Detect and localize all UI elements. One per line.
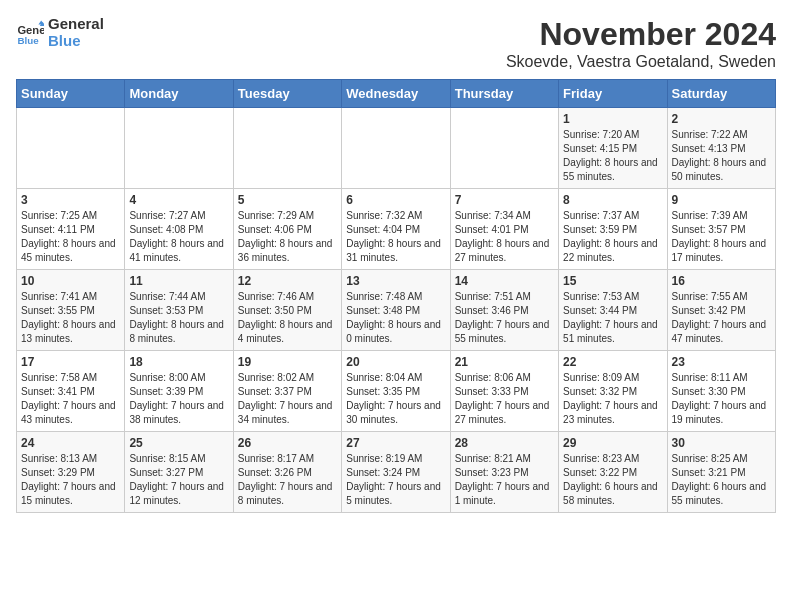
calendar-cell: 3Sunrise: 7:25 AM Sunset: 4:11 PM Daylig…: [17, 189, 125, 270]
calendar-cell: 5Sunrise: 7:29 AM Sunset: 4:06 PM Daylig…: [233, 189, 341, 270]
day-number: 12: [238, 274, 337, 288]
day-number: 19: [238, 355, 337, 369]
day-number: 18: [129, 355, 228, 369]
calendar-cell: 20Sunrise: 8:04 AM Sunset: 3:35 PM Dayli…: [342, 351, 450, 432]
day-info: Sunrise: 7:55 AM Sunset: 3:42 PM Dayligh…: [672, 290, 771, 346]
calendar-cell: 15Sunrise: 7:53 AM Sunset: 3:44 PM Dayli…: [559, 270, 667, 351]
calendar-cell: 13Sunrise: 7:48 AM Sunset: 3:48 PM Dayli…: [342, 270, 450, 351]
day-number: 26: [238, 436, 337, 450]
calendar-cell: 9Sunrise: 7:39 AM Sunset: 3:57 PM Daylig…: [667, 189, 775, 270]
week-row-2: 3Sunrise: 7:25 AM Sunset: 4:11 PM Daylig…: [17, 189, 776, 270]
calendar-cell: 10Sunrise: 7:41 AM Sunset: 3:55 PM Dayli…: [17, 270, 125, 351]
calendar-cell: 23Sunrise: 8:11 AM Sunset: 3:30 PM Dayli…: [667, 351, 775, 432]
day-number: 23: [672, 355, 771, 369]
calendar-cell: 18Sunrise: 8:00 AM Sunset: 3:39 PM Dayli…: [125, 351, 233, 432]
calendar-cell: 22Sunrise: 8:09 AM Sunset: 3:32 PM Dayli…: [559, 351, 667, 432]
week-row-4: 17Sunrise: 7:58 AM Sunset: 3:41 PM Dayli…: [17, 351, 776, 432]
day-info: Sunrise: 7:29 AM Sunset: 4:06 PM Dayligh…: [238, 209, 337, 265]
calendar-cell: 17Sunrise: 7:58 AM Sunset: 3:41 PM Dayli…: [17, 351, 125, 432]
day-info: Sunrise: 7:25 AM Sunset: 4:11 PM Dayligh…: [21, 209, 120, 265]
header-day-saturday: Saturday: [667, 80, 775, 108]
calendar-cell: 12Sunrise: 7:46 AM Sunset: 3:50 PM Dayli…: [233, 270, 341, 351]
day-number: 4: [129, 193, 228, 207]
calendar-cell: 16Sunrise: 7:55 AM Sunset: 3:42 PM Dayli…: [667, 270, 775, 351]
calendar-cell: 30Sunrise: 8:25 AM Sunset: 3:21 PM Dayli…: [667, 432, 775, 513]
calendar-cell: 1Sunrise: 7:20 AM Sunset: 4:15 PM Daylig…: [559, 108, 667, 189]
day-number: 22: [563, 355, 662, 369]
day-number: 3: [21, 193, 120, 207]
day-info: Sunrise: 8:09 AM Sunset: 3:32 PM Dayligh…: [563, 371, 662, 427]
calendar-cell: [233, 108, 341, 189]
day-info: Sunrise: 7:34 AM Sunset: 4:01 PM Dayligh…: [455, 209, 554, 265]
calendar-cell: 2Sunrise: 7:22 AM Sunset: 4:13 PM Daylig…: [667, 108, 775, 189]
calendar-cell: [342, 108, 450, 189]
calendar-cell: 21Sunrise: 8:06 AM Sunset: 3:33 PM Dayli…: [450, 351, 558, 432]
day-number: 2: [672, 112, 771, 126]
calendar-cell: 14Sunrise: 7:51 AM Sunset: 3:46 PM Dayli…: [450, 270, 558, 351]
day-number: 5: [238, 193, 337, 207]
header-day-friday: Friday: [559, 80, 667, 108]
day-number: 16: [672, 274, 771, 288]
day-info: Sunrise: 8:06 AM Sunset: 3:33 PM Dayligh…: [455, 371, 554, 427]
week-row-5: 24Sunrise: 8:13 AM Sunset: 3:29 PM Dayli…: [17, 432, 776, 513]
header-day-wednesday: Wednesday: [342, 80, 450, 108]
day-info: Sunrise: 7:22 AM Sunset: 4:13 PM Dayligh…: [672, 128, 771, 184]
month-title: November 2024: [506, 16, 776, 53]
day-info: Sunrise: 7:39 AM Sunset: 3:57 PM Dayligh…: [672, 209, 771, 265]
header-day-monday: Monday: [125, 80, 233, 108]
calendar-cell: 24Sunrise: 8:13 AM Sunset: 3:29 PM Dayli…: [17, 432, 125, 513]
page-header: General Blue General Blue November 2024 …: [16, 16, 776, 71]
day-info: Sunrise: 8:17 AM Sunset: 3:26 PM Dayligh…: [238, 452, 337, 508]
day-info: Sunrise: 7:53 AM Sunset: 3:44 PM Dayligh…: [563, 290, 662, 346]
day-info: Sunrise: 8:21 AM Sunset: 3:23 PM Dayligh…: [455, 452, 554, 508]
day-info: Sunrise: 8:13 AM Sunset: 3:29 PM Dayligh…: [21, 452, 120, 508]
day-info: Sunrise: 7:20 AM Sunset: 4:15 PM Dayligh…: [563, 128, 662, 184]
day-number: 21: [455, 355, 554, 369]
day-number: 10: [21, 274, 120, 288]
calendar-cell: 11Sunrise: 7:44 AM Sunset: 3:53 PM Dayli…: [125, 270, 233, 351]
day-info: Sunrise: 7:27 AM Sunset: 4:08 PM Dayligh…: [129, 209, 228, 265]
day-number: 17: [21, 355, 120, 369]
calendar-cell: 28Sunrise: 8:21 AM Sunset: 3:23 PM Dayli…: [450, 432, 558, 513]
calendar-cell: 8Sunrise: 7:37 AM Sunset: 3:59 PM Daylig…: [559, 189, 667, 270]
day-info: Sunrise: 8:04 AM Sunset: 3:35 PM Dayligh…: [346, 371, 445, 427]
calendar-cell: 19Sunrise: 8:02 AM Sunset: 3:37 PM Dayli…: [233, 351, 341, 432]
calendar-cell: 7Sunrise: 7:34 AM Sunset: 4:01 PM Daylig…: [450, 189, 558, 270]
logo-blue: Blue: [48, 33, 104, 50]
day-info: Sunrise: 7:46 AM Sunset: 3:50 PM Dayligh…: [238, 290, 337, 346]
day-info: Sunrise: 7:48 AM Sunset: 3:48 PM Dayligh…: [346, 290, 445, 346]
day-info: Sunrise: 8:19 AM Sunset: 3:24 PM Dayligh…: [346, 452, 445, 508]
header-day-sunday: Sunday: [17, 80, 125, 108]
svg-text:Blue: Blue: [17, 35, 39, 46]
day-number: 27: [346, 436, 445, 450]
day-number: 30: [672, 436, 771, 450]
calendar-header: SundayMondayTuesdayWednesdayThursdayFrid…: [17, 80, 776, 108]
day-info: Sunrise: 8:23 AM Sunset: 3:22 PM Dayligh…: [563, 452, 662, 508]
calendar-cell: 26Sunrise: 8:17 AM Sunset: 3:26 PM Dayli…: [233, 432, 341, 513]
logo-icon: General Blue: [16, 19, 44, 47]
day-info: Sunrise: 7:51 AM Sunset: 3:46 PM Dayligh…: [455, 290, 554, 346]
logo-general: General: [48, 16, 104, 33]
day-info: Sunrise: 8:02 AM Sunset: 3:37 PM Dayligh…: [238, 371, 337, 427]
location-title: Skoevde, Vaestra Goetaland, Sweden: [506, 53, 776, 71]
day-number: 29: [563, 436, 662, 450]
calendar-table: SundayMondayTuesdayWednesdayThursdayFrid…: [16, 79, 776, 513]
day-number: 11: [129, 274, 228, 288]
day-number: 7: [455, 193, 554, 207]
calendar-cell: [450, 108, 558, 189]
day-number: 24: [21, 436, 120, 450]
calendar-cell: 25Sunrise: 8:15 AM Sunset: 3:27 PM Dayli…: [125, 432, 233, 513]
calendar-cell: 6Sunrise: 7:32 AM Sunset: 4:04 PM Daylig…: [342, 189, 450, 270]
logo: General Blue General Blue: [16, 16, 104, 49]
calendar-cell: 29Sunrise: 8:23 AM Sunset: 3:22 PM Dayli…: [559, 432, 667, 513]
day-number: 8: [563, 193, 662, 207]
day-number: 6: [346, 193, 445, 207]
day-info: Sunrise: 8:25 AM Sunset: 3:21 PM Dayligh…: [672, 452, 771, 508]
day-number: 1: [563, 112, 662, 126]
calendar-cell: 27Sunrise: 8:19 AM Sunset: 3:24 PM Dayli…: [342, 432, 450, 513]
day-number: 28: [455, 436, 554, 450]
title-block: November 2024 Skoevde, Vaestra Goetaland…: [506, 16, 776, 71]
header-day-thursday: Thursday: [450, 80, 558, 108]
calendar-cell: 4Sunrise: 7:27 AM Sunset: 4:08 PM Daylig…: [125, 189, 233, 270]
day-info: Sunrise: 7:44 AM Sunset: 3:53 PM Dayligh…: [129, 290, 228, 346]
